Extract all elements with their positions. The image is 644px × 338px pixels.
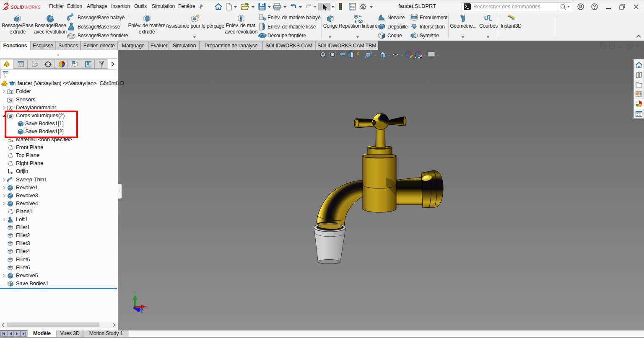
svg-text:WORKS: WORKS xyxy=(24,5,41,10)
svg-text:Y: Y xyxy=(133,290,137,295)
svg-text:3d: 3d xyxy=(412,16,415,19)
svg-text:X: X xyxy=(145,305,149,310)
svg-text:A: A xyxy=(9,106,12,111)
svg-text:Z: Z xyxy=(140,308,143,313)
svg-text:SOLID: SOLID xyxy=(11,5,24,10)
svg-text:A: A xyxy=(358,53,362,58)
